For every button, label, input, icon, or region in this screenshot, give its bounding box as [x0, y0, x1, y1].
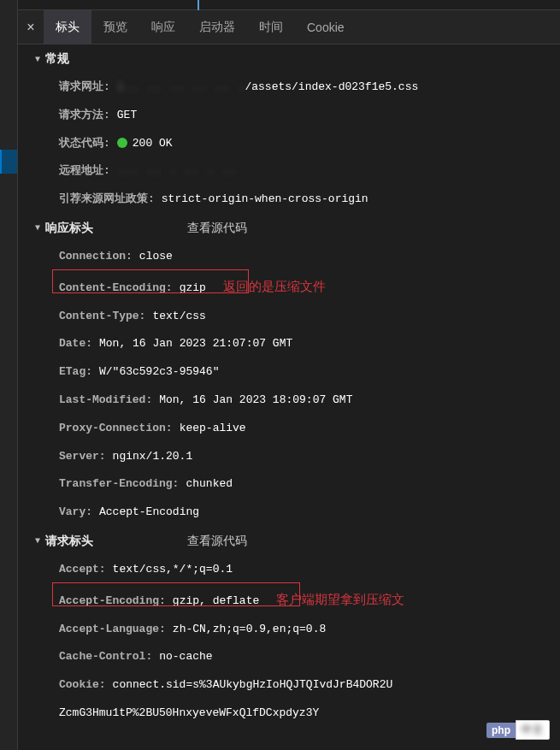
section-response-header[interactable]: ▼ 响应标头 查看源代码 [18, 214, 560, 243]
triangle-down-icon: ▼ [35, 223, 40, 233]
row-content-encoding: Content-Encoding: gzip 返回的是压缩文件 [18, 271, 560, 303]
row-request-method: 请求方法: GET [18, 102, 560, 130]
tabs: 标头 预览 响应 启动器 时间 Cookie [44, 10, 357, 44]
proxy-connection-label: Proxy-Connection: [59, 420, 173, 438]
request-url-value: l.. .. .. .. .. ./assets/index-d023f1e5.… [117, 79, 418, 97]
request-method-value: GET [117, 107, 137, 125]
referrer-policy-value: strict-origin-when-cross-origin [162, 191, 368, 209]
connection-label: Connection: [59, 248, 133, 266]
referrer-policy-label: 引荐来源网址政策: [59, 191, 155, 209]
last-modified-value: Mon, 16 Jan 2023 18:09:07 GMT [159, 392, 352, 410]
etag-value: W/"63c592c3-95946" [99, 363, 219, 381]
date-label: Date: [59, 335, 92, 353]
main-panel: × 标头 预览 响应 启动器 时间 Cookie ▼ 常规 请求网址: l.. … [17, 0, 560, 750]
cookie-value-cont: ZcmG3Hmu1tP%2BU50HnxyeveWFxQlfDCxpdyz3Y [59, 705, 319, 723]
triangle-down-icon: ▼ [35, 536, 40, 546]
row-cookie-cont: ZcmG3Hmu1tP%2BU50HnxyeveWFxQlfDCxpdyz3Y [18, 700, 560, 728]
row-content-type: Content-Type: text/css [18, 303, 560, 331]
accept-language-label: Accept-Language: [59, 621, 166, 639]
accept-encoding-label: Accept-Encoding: [59, 593, 166, 611]
transfer-encoding-label: Transfer-Encoding: [59, 475, 179, 493]
connection-value: close [139, 248, 173, 266]
date-value: Mon, 16 Jan 2023 21:07:07 GMT [99, 335, 292, 353]
row-accept-language: Accept-Language: zh-CN,zh;q=0.9,en;q=0.8 [18, 616, 560, 644]
content-type-label: Content-Type: [59, 308, 145, 326]
content-encoding-value: gzip [180, 280, 206, 298]
server-label: Server: [59, 448, 106, 466]
cache-control-label: Cache-Control: [59, 648, 152, 666]
top-strip [18, 0, 560, 10]
content-type-value: text/css [152, 308, 205, 326]
status-dot-icon [117, 138, 127, 148]
last-modified-label: Last-Modified: [59, 392, 152, 410]
cn-badge: 中文 [516, 720, 550, 740]
section-response-title: 响应标头 [45, 221, 93, 236]
close-icon[interactable]: × [18, 20, 44, 35]
row-accept: Accept: text/css,*/*;q=0.1 [18, 556, 560, 584]
row-remote-address: 远程地址: ... .. . .. . .. [18, 157, 560, 186]
vary-label: Vary: [59, 504, 92, 522]
view-source-button[interactable]: 查看源代码 [187, 534, 247, 549]
accept-label: Accept: [59, 561, 106, 579]
annotation-request: 客户端期望拿到压缩文 [276, 589, 404, 610]
row-cookie: Cookie: connect.sid=s%3AUkybgHzIoHQJTQIv… [18, 671, 560, 700]
status-code-value: 200 OK [117, 135, 173, 153]
row-vary: Vary: Accept-Encoding [18, 499, 560, 527]
sidebar [0, 0, 17, 750]
etag-label: ETag: [59, 363, 92, 381]
section-request-header[interactable]: ▼ 请求标头 查看源代码 [18, 527, 560, 556]
row-status-code: 状态代码: 200 OK [18, 130, 560, 158]
sidebar-active-marker [0, 150, 17, 174]
cookie-label: Cookie: [59, 676, 106, 694]
accept-encoding-value: gzip, deflate [173, 593, 259, 611]
row-connection: Connection: close [18, 243, 560, 271]
tab-bar: × 标头 预览 响应 启动器 时间 Cookie [18, 10, 560, 44]
row-server: Server: nginx/1.20.1 [18, 443, 560, 471]
section-request-title: 请求标头 [45, 534, 93, 549]
row-referrer-policy: 引荐来源网址政策: strict-origin-when-cross-origi… [18, 186, 560, 214]
accept-value: text/css,*/*;q=0.1 [113, 561, 233, 579]
tab-response[interactable]: 响应 [139, 10, 187, 44]
tab-initiator[interactable]: 启动器 [187, 10, 247, 44]
status-code-label: 状态代码: [59, 135, 110, 153]
remote-address-label: 远程地址: [59, 162, 110, 180]
tab-timing[interactable]: 时间 [247, 10, 295, 44]
proxy-connection-value: keep-alive [180, 420, 246, 438]
server-value: nginx/1.20.1 [113, 448, 193, 466]
details-panel: ▼ 常规 请求网址: l.. .. .. .. .. ./assets/inde… [18, 44, 560, 750]
row-cache-control: Cache-Control: no-cache [18, 643, 560, 671]
view-source-button[interactable]: 查看源代码 [187, 221, 247, 236]
annotation-response: 返回的是压缩文件 [223, 276, 326, 297]
content-encoding-label: Content-Encoding: [59, 280, 173, 298]
cache-control-value: no-cache [159, 648, 212, 666]
php-badge: php [486, 723, 516, 738]
vary-value: Accept-Encoding [99, 504, 199, 522]
accept-language-value: zh-CN,zh;q=0.9,en;q=0.8 [173, 621, 326, 639]
row-transfer-encoding: Transfer-Encoding: chunked [18, 470, 560, 499]
row-request-url: 请求网址: l.. .. .. .. .. ./assets/index-d02… [18, 74, 560, 102]
row-date: Date: Mon, 16 Jan 2023 21:07:07 GMT [18, 330, 560, 358]
top-marker [197, 0, 199, 10]
section-general-header[interactable]: ▼ 常规 [18, 44, 560, 74]
triangle-down-icon: ▼ [35, 55, 40, 64]
tab-cookies[interactable]: Cookie [295, 10, 357, 44]
php-logo: php 中文 [486, 720, 550, 740]
remote-address-value: ... .. . .. . .. [117, 162, 238, 180]
request-url-label: 请求网址: [59, 79, 110, 97]
row-etag: ETag: W/"63c592c3-95946" [18, 358, 560, 387]
row-accept-encoding: Accept-Encoding: gzip, deflate 客户端期望拿到压缩… [18, 584, 560, 616]
tab-headers[interactable]: 标头 [44, 10, 91, 44]
request-method-label: 请求方法: [59, 107, 110, 125]
cookie-value: connect.sid=s%3AUkybgHzIoHQJTQIvdJrB4DOR… [113, 676, 393, 694]
row-proxy-connection: Proxy-Connection: keep-alive [18, 415, 560, 443]
transfer-encoding-value: chunked [186, 475, 233, 493]
section-general-title: 常规 [45, 51, 69, 67]
row-last-modified: Last-Modified: Mon, 16 Jan 2023 18:09:07… [18, 387, 560, 415]
tab-preview[interactable]: 预览 [91, 10, 139, 44]
